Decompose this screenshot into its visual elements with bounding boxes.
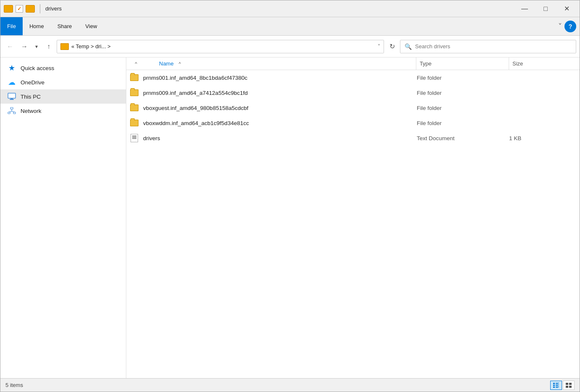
address-dropdown-icon[interactable]: ˅ <box>378 44 380 50</box>
table-row[interactable]: prnms001.inf_amd64_8bc1bda6cf47380c File… <box>126 70 580 85</box>
address-path: « Temp > dri... > <box>71 43 375 50</box>
sidebar-item-label: OneDrive <box>21 79 44 86</box>
ribbon-right: ˅ ? <box>558 21 580 32</box>
svg-line-7 <box>9 111 12 112</box>
details-view-button[interactable] <box>550 381 562 390</box>
svg-line-8 <box>12 111 15 112</box>
title-bar-icons <box>4 4 43 13</box>
sidebar: ★ Quick access ☁ OneDrive This PC <box>0 57 126 378</box>
cloud-icon: ☁ <box>7 78 16 87</box>
sidebar-item-this-pc[interactable]: This PC <box>0 89 126 104</box>
col-name-header[interactable]: Name ^ <box>142 60 416 67</box>
svg-rect-16 <box>556 387 559 387</box>
column-header-bar: ^ Name ^ Type Size <box>126 57 580 70</box>
table-row[interactable]: vboxwddm.inf_amd64_acb1c9f5d34e81cc File… <box>126 115 580 131</box>
text-doc-icon <box>130 133 139 143</box>
monitor-icon <box>7 92 16 101</box>
svg-rect-5 <box>13 112 16 114</box>
svg-rect-3 <box>10 107 13 109</box>
file-type: File folder <box>417 120 509 126</box>
svg-rect-9 <box>553 383 555 384</box>
file-type: File folder <box>417 75 509 81</box>
folder-icon <box>130 73 139 82</box>
svg-rect-12 <box>553 384 555 386</box>
svg-rect-11 <box>556 383 558 384</box>
maximize-button[interactable]: □ <box>536 3 555 15</box>
address-folder-icon <box>60 43 69 50</box>
minimize-button[interactable]: — <box>515 3 534 15</box>
sidebar-item-label: Network <box>21 108 42 114</box>
main-content: ★ Quick access ☁ OneDrive This PC <box>0 57 580 378</box>
sidebar-item-label: Quick access <box>21 65 54 71</box>
svg-rect-19 <box>569 383 572 385</box>
search-bar[interactable]: 🔍 <box>400 40 576 53</box>
file-name: vboxwddm.inf_amd64_acb1c9f5d34e81cc <box>143 120 417 126</box>
file-name: prnms001.inf_amd64_8bc1bda6cf47380c <box>143 75 417 81</box>
star-icon: ★ <box>7 63 16 73</box>
tab-file[interactable]: File <box>0 17 23 35</box>
view-buttons <box>550 381 575 390</box>
table-row[interactable]: prnms009.inf_amd64_a7412a554c9bc1fd File… <box>126 85 580 100</box>
tab-share[interactable]: Share <box>51 17 79 35</box>
sidebar-item-network[interactable]: Network <box>0 104 126 118</box>
svg-rect-21 <box>569 386 572 388</box>
ribbon: File Home Share View ˅ ? <box>0 17 580 36</box>
help-button[interactable]: ? <box>564 21 576 32</box>
network-icon <box>7 106 16 115</box>
refresh-button[interactable]: ↻ <box>386 40 398 53</box>
svg-rect-17 <box>556 387 558 387</box>
svg-rect-13 <box>556 384 559 385</box>
tab-home[interactable]: Home <box>23 17 51 35</box>
file-list: prnms001.inf_amd64_8bc1bda6cf47380c File… <box>126 70 580 378</box>
window-title: drivers <box>45 5 515 12</box>
address-bar-row: ← → ▾ ↑ « Temp > dri... > ˅ ↻ 🔍 <box>0 36 580 57</box>
forward-button[interactable]: → <box>18 40 31 53</box>
file-type: File folder <box>417 105 509 111</box>
file-size: 1 KB <box>509 135 576 141</box>
sidebar-item-quick-access[interactable]: ★ Quick access <box>0 61 126 75</box>
file-name: vboxguest.inf_amd64_980b85158a5cdcbf <box>143 105 417 111</box>
svg-rect-18 <box>566 383 568 385</box>
folder-icon <box>130 103 139 112</box>
title-bar: drivers — □ ✕ <box>0 0 580 17</box>
folder-icon <box>130 88 139 97</box>
title-folder-icon2 <box>26 5 35 13</box>
svg-rect-4 <box>8 112 10 114</box>
svg-rect-15 <box>553 387 555 388</box>
table-row[interactable]: drivers Text Document 1 KB <box>126 131 580 146</box>
file-name: prnms009.inf_amd64_a7412a554c9bc1fd <box>143 90 417 96</box>
svg-rect-10 <box>556 383 559 383</box>
ribbon-collapse-icon[interactable]: ˅ <box>558 22 562 31</box>
search-input[interactable] <box>415 43 572 50</box>
sidebar-item-label: This PC <box>21 94 41 100</box>
large-icons-view-button[interactable] <box>563 381 575 390</box>
file-list-area: ^ Name ^ Type Size prnms001.inf_amd64_8b… <box>126 57 580 378</box>
address-bar[interactable]: « Temp > dri... > ˅ <box>57 40 384 53</box>
file-name: drivers <box>143 135 417 141</box>
tab-view[interactable]: View <box>78 17 104 35</box>
title-separator <box>40 4 40 13</box>
history-dropdown-button[interactable]: ▾ <box>32 40 41 53</box>
svg-rect-14 <box>556 385 558 386</box>
title-doc-icon <box>16 5 23 13</box>
up-button[interactable]: ↑ <box>42 40 55 53</box>
back-button[interactable]: ← <box>4 40 16 53</box>
table-row[interactable]: vboxguest.inf_amd64_980b85158a5cdcbf Fil… <box>126 100 580 115</box>
close-button[interactable]: ✕ <box>557 3 576 15</box>
col-size-header[interactable]: Size <box>509 60 576 67</box>
window-controls: — □ ✕ <box>515 3 576 15</box>
item-count: 5 items <box>5 382 23 388</box>
status-bar: 5 items <box>0 378 580 392</box>
svg-rect-2 <box>10 99 14 100</box>
col-type-header[interactable]: Type <box>416 60 509 67</box>
svg-rect-1 <box>10 98 13 99</box>
svg-rect-0 <box>8 93 16 98</box>
svg-rect-20 <box>566 386 568 388</box>
folder-icon <box>130 118 139 128</box>
file-type: Text Document <box>417 135 509 141</box>
file-type: File folder <box>417 90 509 96</box>
sort-chevron-icon: ^ <box>179 61 181 66</box>
title-folder-icon <box>4 5 13 13</box>
sidebar-item-onedrive[interactable]: ☁ OneDrive <box>0 75 126 89</box>
search-icon: 🔍 <box>405 43 412 50</box>
